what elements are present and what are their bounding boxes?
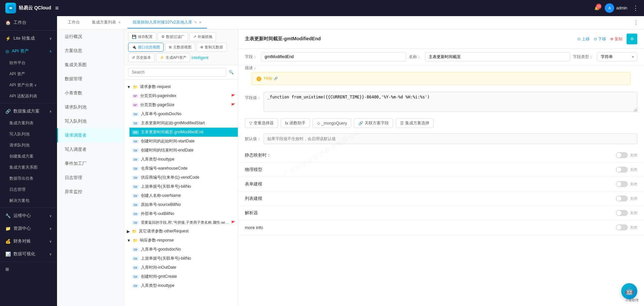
search-icon[interactable]: 🔍 (229, 70, 234, 75)
sidebar-item-lite[interactable]: ⚡ Lite 轻集成 ∨ (0, 32, 57, 45)
chatbot-button[interactable]: 🤖 (621, 283, 637, 299)
field-input[interactable] (261, 52, 406, 61)
history-button[interactable]: ↺ 历史版本 (128, 53, 155, 62)
integration-select-button[interactable]: ☰ 集成方案选择 (396, 118, 434, 128)
physical-toggle-switch[interactable] (616, 167, 628, 173)
sidebar-item-dataviz[interactable]: 📊 数据可视化 ∨ (0, 248, 57, 260)
tree-item-goodsdocno[interactable]: Str 入库单号-goodsdocNo (129, 245, 238, 254)
tree-item-vend-code[interactable]: Str 供应商编号(往来单位)-vendCode (129, 173, 238, 182)
sidebar-sub-solution-map[interactable]: 集成方案关系图 (0, 162, 57, 173)
tree-item-inouttype[interactable]: Str 入库类型-inouttype (129, 155, 238, 164)
sidebar-item-resources[interactable]: 📁 资源中心 ∨ (0, 222, 57, 235)
copy-button[interactable]: ⊕ 复制 (610, 36, 623, 42)
sidebar-sub-data-export[interactable]: 数据导出任务 (0, 173, 57, 184)
tree-item-start-date[interactable]: Str 创建时间的起始时间-startDate (129, 137, 238, 146)
data-filter-button[interactable]: ⚙ 数据过滤厂 (158, 32, 188, 41)
save-config-button[interactable]: 💾 保存配置 (128, 32, 156, 41)
sidebar-sub-solution-pkg[interactable]: 解决方案包 (0, 195, 57, 206)
sidebar-sub-solution-list[interactable]: 集成方案列表 (0, 118, 57, 129)
sidebar-item-data-integration[interactable]: 🔗 数据集成方案 ∧ (0, 105, 57, 118)
tree-item-goods-doc[interactable]: Str 入库单号-goodsDocNo (129, 110, 238, 119)
field-value-textarea[interactable]: _function from_unixtime({{CURRENT_TIME}}… (264, 92, 637, 112)
list-build-toggle-switch[interactable] (616, 195, 628, 202)
tree-item-response[interactable]: ▼ 📁 响应参数-response (124, 236, 238, 245)
relation-field-button[interactable]: 🔗 关联方案字段 (354, 118, 393, 128)
tab-solution-detail[interactable]: 组装拆卸入库对接107v2其他入库 ✎ ✕ (127, 17, 207, 29)
tree-item-page-index[interactable]: Nº 分页页码-pageIndex 🚩 (129, 91, 238, 100)
help-button[interactable]: Help 🔗 (264, 76, 278, 81)
sidebar-sub-create-solution[interactable]: 创建集成方案 (0, 151, 57, 162)
tree-item-gmtcreate[interactable]: Str 创建时间-gmtCreate (129, 272, 238, 281)
tab-more-dots[interactable]: ⋮ (633, 19, 639, 26)
tree-item-source-bill[interactable]: Str 原始单号-sourceBillNo (129, 200, 238, 209)
search-input[interactable] (128, 68, 226, 77)
left-panel-xiao-qing[interactable]: 小青查数 (57, 86, 124, 100)
type-select[interactable]: 字符串 整数 长整数 浮点数 布尔 日期 数组 对象 (597, 52, 637, 61)
left-panel-request-debugger[interactable]: 请求调度者 (57, 128, 124, 142)
left-panel-event-factory[interactable]: 事件加工厂 (57, 157, 124, 171)
admin-area[interactable]: A admin (605, 3, 627, 13)
tab-workbench[interactable]: 工作台 (62, 17, 85, 29)
tree-item-bill-no[interactable]: Str 上游单据号(关联单号)-billNo (129, 182, 238, 191)
copy-data-button[interactable]: ⊕ 复制元数据 (197, 43, 227, 52)
sidebar-bottom-icon[interactable]: ⊞ (0, 263, 57, 275)
tree-item-username[interactable]: Str 创建人名称-userName (129, 191, 238, 200)
mongo-query-button[interactable]: ◇ _mongoQuery (313, 118, 351, 128)
tree-item-out-bill[interactable]: Str 外部单号-outBillNo (129, 209, 238, 218)
sidebar-item-api[interactable]: ◎ API 资产 ∧ (0, 45, 57, 57)
name-input[interactable] (425, 52, 570, 61)
tab-solution-list[interactable]: 集成方案列表 ✕ (87, 17, 126, 29)
form-build-toggle-switch[interactable] (616, 181, 628, 187)
left-panel-plan-info[interactable]: 方案信息 (57, 44, 124, 58)
tree-item-inoutdate[interactable]: Str 入库时间-inOutDate (129, 263, 238, 272)
sidebar-item-finance[interactable]: 💰 财务对账 ∨ (0, 235, 57, 248)
left-panel-anomaly-monitor[interactable]: 异常监控 (57, 185, 124, 199)
tree-item-select-fields[interactable]: Str 需要返回的字段,用','号拼接,子类用子类名称.属性-selelctFi… (129, 218, 238, 227)
sidebar-item-ops[interactable]: 🔧 运维中心 ∨ (0, 209, 57, 222)
tree-item-request-params[interactable]: ▼ 📁 请求参数-request (124, 82, 238, 91)
tree-item-other-request[interactable]: ▶ 📁 其它请求参数-otherRequest (124, 227, 238, 236)
parser-toggle-switch[interactable] (616, 210, 628, 216)
interface-view-button[interactable]: 🔌 接口信息视图 (128, 43, 164, 52)
left-panel-request-queue[interactable]: 请求队列池 (57, 100, 124, 114)
settings-button[interactable]: ⚙ (627, 34, 637, 44)
supplement-button[interactable]: ↗ 补漏措施 (190, 32, 216, 41)
sidebar-sub-api-category[interactable]: API 资产分类 ∨ (0, 80, 57, 91)
tab-solution-detail-close[interactable]: ✕ (199, 20, 202, 24)
tree-item-gmt-start[interactable]: Str 主表更新时间起始-gmtModifiedStart (129, 119, 238, 128)
down-button[interactable]: ⊙ 下移 (594, 36, 606, 42)
left-panel-relation-map[interactable]: 集成关系图 (57, 58, 124, 72)
func-helper-button[interactable]: fx 函数助手 (281, 118, 310, 128)
topbar-dots-icon[interactable]: ⋮ (633, 4, 639, 12)
more-info-toggle-switch[interactable] (616, 224, 628, 230)
tab-solution-list-close[interactable]: ✕ (118, 20, 121, 24)
sidebar-sub-platform[interactable]: 软件平台 (0, 57, 57, 69)
sidebar-sub-api-asset[interactable]: API 资产 (0, 69, 57, 80)
hamburger-icon[interactable]: ≡ (55, 5, 59, 12)
sidebar-sub-log-mgmt[interactable]: 日志管理 (0, 184, 57, 195)
form-build-toggle-label: 关闭 (630, 182, 637, 187)
left-panel-write-debugger[interactable]: 写入调度者 (57, 142, 124, 157)
notification-button[interactable]: 🔔 10 (594, 6, 599, 10)
tree-item-page-size[interactable]: Nº 分页页数-pageSize 🚩 (129, 100, 238, 110)
tree-item-end-date[interactable]: Str 创建时间的结束时间-endDate (129, 146, 238, 155)
left-panel-write-queue[interactable]: 写入队列池 (57, 114, 124, 128)
tree-item-inouttype2[interactable]: Str 入库类型-inouttype (129, 281, 238, 290)
static-toggle-switch[interactable] (616, 152, 628, 158)
generate-api-button[interactable]: ⚡ 生成API资产 (156, 53, 190, 62)
sidebar-sub-api-adapter[interactable]: API 适配器列表 (0, 91, 57, 102)
sidebar-item-workbench[interactable]: 🏠 工作台 (0, 16, 57, 29)
left-panel-overview[interactable]: 运行概况 (57, 30, 124, 44)
sidebar-sub-write-queue[interactable]: 写入队列池 (0, 129, 57, 140)
default-value-input[interactable] (264, 133, 637, 144)
intelligent-button[interactable]: intelligent (192, 55, 209, 60)
up-button[interactable]: ⊙ 上移 (577, 36, 590, 42)
tree-item-billno2[interactable]: Str 上游单据号(关联单号)-billNo (129, 254, 238, 263)
tree-item-warehouse-code[interactable]: Str 仓库编号-warehouseCode (129, 164, 238, 173)
left-panel-data-mgmt[interactable]: 数据管理 (57, 72, 124, 86)
tree-item-gmt-end[interactable]: Str 主表更新时间截至-gmtModifiedEnd ✓ (129, 128, 238, 137)
sidebar-sub-request-queue[interactable]: 请求队列池 (0, 140, 57, 151)
left-panel-log-mgmt[interactable]: 日志管理 (57, 171, 124, 185)
metadata-view-button[interactable]: ⊞ 元数据视图 (165, 43, 195, 52)
var-selector-button[interactable]: ▽ 变量选择器 (245, 118, 278, 128)
